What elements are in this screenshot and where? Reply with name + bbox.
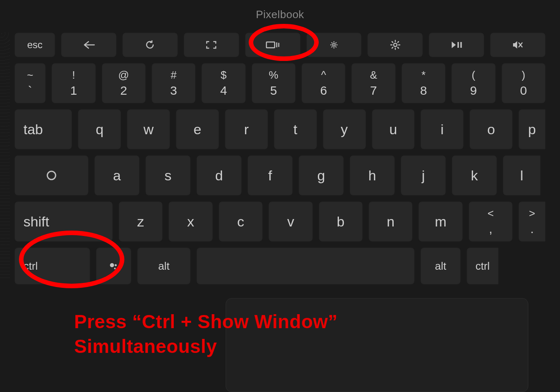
svg-point-3 (333, 44, 335, 46)
svg-line-10 (332, 47, 332, 47)
w-key[interactable]: w (127, 109, 170, 149)
m-key[interactable]: m (418, 201, 462, 242)
bottom-row: ctrl alt alt ctrl (14, 247, 546, 285)
mute-icon (512, 40, 524, 50)
svg-line-19 (392, 47, 393, 48)
play-pause-icon (451, 41, 462, 49)
a-key[interactable]: a (94, 155, 140, 196)
d-key[interactable]: d (196, 155, 242, 196)
three-key[interactable]: #3 (152, 63, 196, 103)
x-key[interactable]: x (168, 201, 212, 242)
i-key[interactable]: i (420, 109, 464, 149)
svg-line-17 (392, 42, 393, 42)
esc-label: esc (27, 39, 42, 51)
svg-point-12 (394, 43, 397, 47)
seven-key[interactable]: &7 (351, 63, 395, 103)
svg-point-27 (115, 264, 117, 266)
four-key[interactable]: $4 (201, 63, 245, 103)
u-key[interactable]: u (372, 109, 415, 149)
esc-key[interactable]: esc (14, 33, 55, 57)
ctrl-right-key[interactable]: ctrl (467, 247, 499, 285)
svg-rect-22 (460, 42, 462, 48)
keyboard: esc ~` !1 @2 #3 $4 %5 ^6 &7 *8 (9 )0 tab (14, 28, 546, 294)
ctrl-key[interactable]: ctrl (14, 247, 90, 285)
nine-key[interactable]: (9 (451, 63, 495, 103)
r-key[interactable]: r (225, 109, 268, 149)
space-key[interactable] (196, 247, 415, 285)
q-key[interactable]: q (78, 109, 121, 149)
svg-line-20 (398, 42, 399, 42)
shift-key[interactable]: shift (14, 201, 113, 242)
svg-line-9 (336, 47, 336, 47)
e-key[interactable]: e (176, 109, 219, 149)
h-key[interactable]: h (350, 155, 395, 196)
back-key[interactable] (61, 33, 117, 57)
backtick-key[interactable]: ~` (14, 63, 46, 103)
symbol-bot: ` (28, 84, 32, 97)
f-key[interactable]: f (247, 155, 293, 196)
fullscreen-key[interactable] (184, 33, 239, 57)
keyboard-area: Pixelbook esc ~` !1 @2 #3 $4 %5 ^6 &7 *8… (0, 0, 560, 294)
annotation-line1: Press “Ctrl + Show Window” (74, 310, 338, 334)
o-key[interactable]: o (469, 109, 513, 149)
five-key[interactable]: %5 (252, 63, 296, 103)
fullscreen-icon (206, 41, 217, 49)
search-circle-icon (46, 170, 57, 181)
brightness-up-key[interactable] (367, 33, 423, 57)
svg-point-28 (114, 268, 116, 269)
refresh-key[interactable] (122, 33, 178, 57)
z-row: shift z x c v b n m <, >. (14, 201, 546, 242)
k-key[interactable]: k (452, 155, 497, 196)
refresh-icon (145, 40, 155, 50)
eight-key[interactable]: *8 (401, 63, 446, 103)
assistant-icon (109, 261, 118, 271)
n-key[interactable]: n (369, 201, 413, 242)
brightness-down-icon (330, 41, 338, 49)
svg-line-11 (336, 43, 336, 43)
function-row: esc (14, 33, 546, 57)
brightness-down-key[interactable] (306, 33, 362, 57)
symbol-top: ~ (27, 70, 33, 80)
svg-line-18 (398, 47, 399, 48)
period-key[interactable]: >. (518, 201, 546, 242)
one-key[interactable]: !1 (51, 63, 96, 103)
y-key[interactable]: y (323, 109, 366, 149)
brightness-up-icon (390, 40, 401, 50)
alt-key[interactable]: alt (137, 247, 191, 285)
six-key[interactable]: ^6 (301, 63, 345, 103)
tab-key[interactable]: tab (14, 109, 72, 149)
c-key[interactable]: c (219, 201, 263, 242)
annotation-text: Press “Ctrl + Show Window” Simultaneousl… (74, 310, 338, 359)
b-key[interactable]: b (319, 201, 363, 242)
annotation-line2: Simultaneously (74, 334, 338, 359)
zero-key[interactable]: )0 (502, 63, 546, 103)
v-key[interactable]: v (268, 201, 313, 242)
a-row: a s d f g h j k l (14, 155, 546, 196)
play-pause-key[interactable] (429, 33, 484, 57)
t-key[interactable]: t (274, 109, 317, 149)
show-windows-icon (266, 40, 280, 49)
svg-point-26 (110, 263, 114, 267)
number-row: ~` !1 @2 #3 $4 %5 ^6 &7 *8 (9 )0 (14, 63, 546, 103)
alt-right-key[interactable]: alt (420, 247, 461, 285)
svg-point-25 (47, 171, 56, 180)
s-key[interactable]: s (145, 155, 191, 196)
svg-rect-21 (457, 42, 459, 48)
back-icon (83, 41, 95, 49)
two-key[interactable]: @2 (102, 63, 146, 103)
svg-rect-0 (266, 42, 275, 48)
search-key[interactable] (14, 155, 89, 196)
comma-key[interactable]: <, (469, 201, 513, 242)
q-row: tab q w e r t y u i o p (14, 109, 546, 149)
mute-key[interactable] (490, 33, 546, 57)
l-key[interactable]: l (503, 155, 541, 196)
g-key[interactable]: g (299, 155, 344, 196)
show-windows-key[interactable] (245, 33, 301, 57)
brand-label: Pixelbook (0, 8, 560, 21)
svg-line-8 (332, 43, 332, 43)
j-key[interactable]: j (401, 155, 446, 196)
p-key[interactable]: p (518, 109, 546, 149)
z-key[interactable]: z (119, 201, 163, 242)
assistant-key[interactable] (96, 247, 131, 285)
